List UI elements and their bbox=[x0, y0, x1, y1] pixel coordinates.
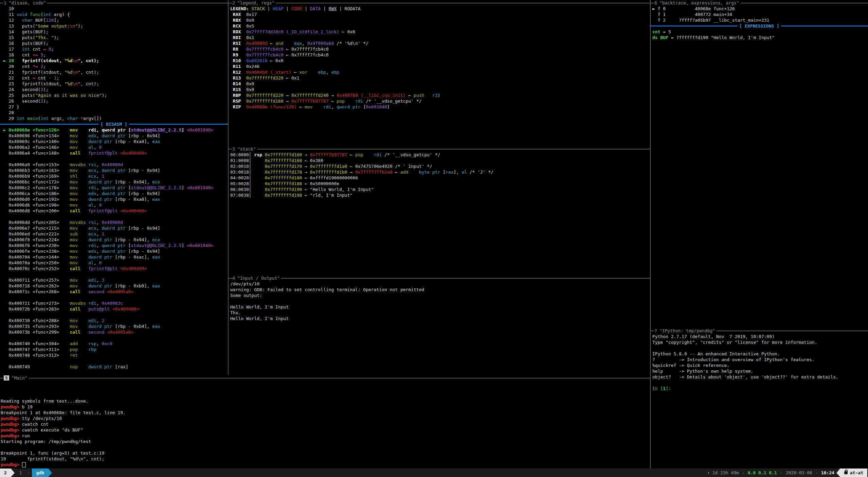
disasm-separator-label: [ DISASM ] bbox=[98, 122, 129, 127]
tmux-terminal: 1"disasm, code" 10 11 void func(int arg)… bbox=[0, 0, 868, 477]
stack-list: 00:0000│ rsp 0x7fffffffd160 → 0x7ffff7b9… bbox=[229, 152, 650, 198]
pane-number: 7 bbox=[654, 328, 657, 333]
pane-label: 3"stack" bbox=[232, 146, 257, 152]
pane-number: 3 bbox=[232, 146, 235, 152]
expressions-separator-label: [ EXPRESSIONS ] bbox=[737, 23, 781, 29]
pane-title-disasm-code: 1"disasm, code" bbox=[0, 0, 228, 6]
chevron-left-icon: ‹ bbox=[815, 470, 818, 475]
separator-line bbox=[0, 124, 98, 125]
border-line bbox=[29, 378, 650, 378]
pane-label: 5"Main" bbox=[3, 375, 29, 381]
status-date: 2020-03-06 bbox=[786, 470, 812, 475]
chevron-right-icon: › bbox=[27, 470, 30, 475]
hostname-label: at-at bbox=[850, 470, 863, 475]
status-left: 2 1 › gdb bbox=[0, 469, 52, 477]
uptime-value: 1d 23h 49m bbox=[712, 470, 739, 475]
pane-label: 1"disasm, code" bbox=[3, 0, 47, 5]
border-line bbox=[741, 3, 868, 3]
backtrace-frames: ► f 0 40068e func+126 f 1 400772 main+34… bbox=[651, 6, 868, 23]
program-io-output: /dev/pts/10warning: GDB: Failed to set c… bbox=[229, 281, 650, 321]
pane-main-gdb-console[interactable]: 5"Main" Reading symbols from test...done… bbox=[0, 375, 650, 469]
pane-number: 2 bbox=[232, 0, 235, 5]
expressions-separator: [ EXPRESSIONS ] bbox=[651, 23, 868, 29]
ipython-console[interactable]: Python 2.7.17 (default, Nov 7 2019, 10:0… bbox=[651, 334, 868, 391]
uptime-arrow-icon: ↑ bbox=[707, 470, 710, 475]
tmux-session-badge[interactable]: 2 bbox=[0, 469, 11, 477]
border-line bbox=[47, 3, 228, 3]
pane-title-ipython: 7"IPython: tmp/pwndbg" bbox=[651, 328, 868, 334]
status-right: ↑ 1d 23h 49m ‹ 0.0 0.1 0.1 ‹ 2020-03-06 … bbox=[707, 469, 867, 477]
lock-icon bbox=[844, 471, 848, 474]
pane-name: "Main" bbox=[12, 375, 28, 381]
pane-title-backtrace: 6"backtrace, expressions, args" bbox=[651, 0, 868, 6]
powerline-separator-icon bbox=[11, 469, 15, 477]
pane-legend-regs[interactable]: 2"legend, regs" LEGEND: STACK | HEAP | C… bbox=[229, 0, 650, 146]
load-average: 0.0 0.1 0.1 bbox=[748, 470, 777, 475]
border-line bbox=[281, 278, 650, 279]
border-line bbox=[276, 3, 650, 3]
disasm-separator: [ DISASM ] bbox=[0, 121, 228, 127]
pane-label: 2"legend, regs" bbox=[232, 0, 276, 5]
border-line bbox=[651, 331, 654, 331]
powerline-separator-icon bbox=[48, 469, 52, 477]
pane-number: 4 bbox=[232, 276, 235, 281]
tmux-status-bar: 2 1 › gdb ↑ 1d 23h 49m ‹ 0.0 0.1 0.1 ‹ 2… bbox=[0, 469, 868, 477]
pane-input-output[interactable]: 4"Input / Output" /dev/pts/10warning: GD… bbox=[229, 275, 650, 375]
registers-list: LEGEND: STACK | HEAP | CODE | DATA | RWX… bbox=[229, 6, 650, 110]
border-line bbox=[0, 3, 3, 3]
pane-name: "stack" bbox=[237, 146, 256, 152]
pane-title-main: 5"Main" bbox=[0, 375, 650, 381]
pane-label: 4"Input / Output" bbox=[232, 276, 281, 281]
pane-divider-vertical[interactable] bbox=[228, 0, 229, 375]
pane-name: "disasm, code" bbox=[9, 0, 46, 5]
chevron-left-icon: ‹ bbox=[780, 470, 783, 475]
pane-ipython[interactable]: 7"IPython: tmp/pwndbg" Python 2.7.17 (de… bbox=[651, 328, 868, 469]
tmux-window-tab-gdb[interactable]: gdb bbox=[32, 469, 48, 477]
border-line bbox=[0, 378, 3, 378]
pane-name: "legend, regs" bbox=[237, 0, 275, 5]
status-clock: 10:24 bbox=[821, 470, 834, 475]
separator-line bbox=[781, 25, 868, 26]
chevron-left-icon: ‹ bbox=[742, 470, 745, 475]
separator-line bbox=[651, 25, 737, 26]
pane-stack[interactable]: 3"stack" 00:0000│ rsp 0x7fffffffd160 → 0… bbox=[229, 146, 650, 275]
border-line bbox=[717, 331, 868, 331]
source-listing: 10 11 void func(int arg) { 12 char BUF[1… bbox=[0, 6, 228, 121]
tmux-window-index[interactable]: 1 bbox=[19, 470, 22, 475]
pane-name: "IPython: tmp/pwndbg" bbox=[659, 328, 715, 333]
separator-line bbox=[129, 124, 228, 125]
pane-name: "Input / Output" bbox=[237, 276, 280, 281]
watch-expressions: cnt = 5ds BUF = 7fffffffd190 "Hello Worl… bbox=[651, 29, 868, 40]
border-line bbox=[229, 3, 232, 3]
border-line bbox=[651, 3, 654, 3]
pane-title-legend-regs: 2"legend, regs" bbox=[229, 0, 650, 6]
gdb-console-output[interactable]: Reading symbols from test...done.pwndbg>… bbox=[0, 381, 650, 467]
pane-number: 1 bbox=[4, 0, 6, 5]
disasm-listing: ► 0x40068e <func+126> mov rdi, qword ptr… bbox=[0, 127, 228, 370]
pane-label: 7"IPython: tmp/pwndbg" bbox=[654, 328, 717, 333]
pane-number-active: 5 bbox=[4, 375, 9, 381]
pane-title-stack: 3"stack" bbox=[229, 146, 650, 152]
border-line bbox=[229, 278, 232, 279]
pane-title-input-output: 4"Input / Output" bbox=[229, 275, 650, 281]
border-line bbox=[257, 149, 650, 149]
pane-name: "backtrace, expressions, args" bbox=[659, 0, 739, 5]
border-line bbox=[229, 149, 232, 149]
pane-backtrace-expressions[interactable]: 6"backtrace, expressions, args" ► f 0 40… bbox=[651, 0, 868, 328]
pane-divider-vertical[interactable] bbox=[650, 0, 651, 469]
pane-disasm-code[interactable]: 1"disasm, code" 10 11 void func(int arg)… bbox=[0, 0, 228, 375]
hostname-badge: at-at bbox=[840, 469, 867, 477]
pane-label: 6"backtrace, expressions, args" bbox=[654, 0, 741, 5]
powerline-separator-icon bbox=[836, 469, 840, 477]
pane-number: 6 bbox=[654, 0, 657, 5]
